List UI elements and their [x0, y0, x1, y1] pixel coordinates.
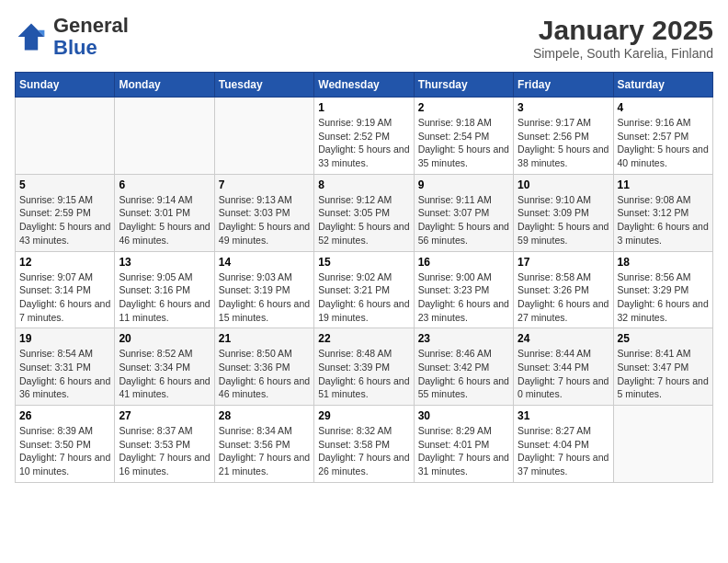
day-number: 31 — [518, 409, 609, 422]
calendar-cell: 14Sunrise: 9:03 AM Sunset: 3:19 PM Dayli… — [214, 251, 313, 328]
day-info: Sunrise: 9:14 AM Sunset: 3:01 PM Dayligh… — [119, 193, 210, 247]
calendar-week-row: 5Sunrise: 9:15 AM Sunset: 2:59 PM Daylig… — [16, 174, 713, 251]
day-info: Sunrise: 8:41 AM Sunset: 3:47 PM Dayligh… — [618, 347, 709, 401]
calendar-cell: 28Sunrise: 8:34 AM Sunset: 3:56 PM Dayli… — [214, 406, 313, 483]
calendar-cell: 23Sunrise: 8:46 AM Sunset: 3:42 PM Dayli… — [414, 328, 513, 406]
day-number: 13 — [119, 256, 210, 269]
day-number: 20 — [119, 332, 210, 345]
day-number: 23 — [418, 332, 509, 345]
day-number: 12 — [19, 256, 110, 269]
calendar-cell: 25Sunrise: 8:41 AM Sunset: 3:47 PM Dayli… — [613, 328, 712, 406]
day-info: Sunrise: 9:15 AM Sunset: 2:59 PM Dayligh… — [19, 193, 110, 247]
day-info: Sunrise: 8:56 AM Sunset: 3:29 PM Dayligh… — [618, 270, 709, 325]
calendar-cell: 10Sunrise: 9:10 AM Sunset: 3:09 PM Dayli… — [514, 174, 613, 251]
day-info: Sunrise: 8:39 AM Sunset: 3:50 PM Dayligh… — [19, 424, 110, 478]
day-info: Sunrise: 9:07 AM Sunset: 3:14 PM Dayligh… — [19, 270, 110, 325]
calendar-week-row: 26Sunrise: 8:39 AM Sunset: 3:50 PM Dayli… — [16, 406, 713, 483]
calendar-cell: 5Sunrise: 9:15 AM Sunset: 2:59 PM Daylig… — [16, 174, 115, 251]
calendar-cell: 16Sunrise: 9:00 AM Sunset: 3:23 PM Dayli… — [414, 251, 513, 328]
day-number: 4 — [618, 101, 709, 114]
svg-marker-0 — [18, 24, 45, 51]
day-info: Sunrise: 8:52 AM Sunset: 3:34 PM Dayligh… — [119, 347, 210, 401]
day-number: 15 — [318, 256, 409, 269]
calendar-cell: 15Sunrise: 9:02 AM Sunset: 3:21 PM Dayli… — [314, 251, 414, 328]
day-info: Sunrise: 8:50 AM Sunset: 3:36 PM Dayligh… — [219, 347, 310, 401]
day-info: Sunrise: 9:17 AM Sunset: 2:56 PM Dayligh… — [518, 116, 609, 170]
day-number: 16 — [418, 256, 509, 269]
day-number: 18 — [618, 256, 709, 269]
day-info: Sunrise: 9:13 AM Sunset: 3:03 PM Dayligh… — [219, 193, 310, 247]
day-number: 22 — [318, 332, 409, 345]
day-info: Sunrise: 9:12 AM Sunset: 3:05 PM Dayligh… — [318, 193, 409, 247]
day-number: 26 — [19, 409, 110, 422]
calendar-cell: 8Sunrise: 9:12 AM Sunset: 3:05 PM Daylig… — [314, 174, 414, 251]
day-info: Sunrise: 8:34 AM Sunset: 3:56 PM Dayligh… — [219, 424, 310, 478]
calendar-cell: 12Sunrise: 9:07 AM Sunset: 3:14 PM Dayli… — [16, 251, 115, 328]
day-number: 29 — [318, 409, 409, 422]
logo: General Blue — [15, 15, 129, 59]
calendar-week-row: 1Sunrise: 9:19 AM Sunset: 2:52 PM Daylig… — [16, 98, 713, 175]
calendar-cell: 9Sunrise: 9:11 AM Sunset: 3:07 PM Daylig… — [414, 174, 513, 251]
title-block: January 2025 Simpele, South Karelia, Fin… — [533, 15, 713, 61]
calendar-cell: 6Sunrise: 9:14 AM Sunset: 3:01 PM Daylig… — [115, 174, 214, 251]
calendar-cell: 3Sunrise: 9:17 AM Sunset: 2:56 PM Daylig… — [514, 98, 613, 175]
day-info: Sunrise: 8:37 AM Sunset: 3:53 PM Dayligh… — [119, 424, 210, 478]
calendar-cell — [115, 98, 214, 175]
calendar-week-row: 12Sunrise: 9:07 AM Sunset: 3:14 PM Dayli… — [16, 251, 713, 328]
logo-icon — [15, 20, 48, 53]
day-info: Sunrise: 9:00 AM Sunset: 3:23 PM Dayligh… — [418, 270, 509, 325]
calendar-cell: 11Sunrise: 9:08 AM Sunset: 3:12 PM Dayli… — [613, 174, 712, 251]
day-info: Sunrise: 8:32 AM Sunset: 3:58 PM Dayligh… — [318, 424, 409, 478]
calendar-table: SundayMondayTuesdayWednesdayThursdayFrid… — [15, 72, 713, 483]
day-info: Sunrise: 9:02 AM Sunset: 3:21 PM Dayligh… — [318, 270, 409, 325]
weekday-header: Thursday — [414, 73, 513, 98]
day-number: 5 — [19, 178, 110, 191]
day-info: Sunrise: 9:10 AM Sunset: 3:09 PM Dayligh… — [518, 193, 609, 247]
day-number: 10 — [518, 178, 609, 191]
day-number: 30 — [418, 409, 509, 422]
weekday-header: Wednesday — [314, 73, 414, 98]
day-number: 17 — [518, 256, 609, 269]
day-info: Sunrise: 9:03 AM Sunset: 3:19 PM Dayligh… — [219, 270, 310, 325]
day-info: Sunrise: 8:44 AM Sunset: 3:44 PM Dayligh… — [518, 347, 609, 401]
page-header: General Blue January 2025 Simpele, South… — [15, 15, 713, 61]
calendar-cell: 19Sunrise: 8:54 AM Sunset: 3:31 PM Dayli… — [16, 328, 115, 406]
month-title: January 2025 — [533, 15, 713, 46]
calendar-cell — [613, 406, 712, 483]
calendar-cell: 22Sunrise: 8:48 AM Sunset: 3:39 PM Dayli… — [314, 328, 414, 406]
day-number: 7 — [219, 178, 310, 191]
day-number: 9 — [418, 178, 509, 191]
day-info: Sunrise: 9:11 AM Sunset: 3:07 PM Dayligh… — [418, 193, 509, 247]
day-number: 11 — [618, 178, 709, 191]
day-number: 2 — [418, 101, 509, 114]
calendar-cell: 24Sunrise: 8:44 AM Sunset: 3:44 PM Dayli… — [514, 328, 613, 406]
day-info: Sunrise: 8:48 AM Sunset: 3:39 PM Dayligh… — [318, 347, 409, 401]
day-number: 14 — [219, 256, 310, 269]
day-number: 1 — [318, 101, 409, 114]
day-info: Sunrise: 8:29 AM Sunset: 4:01 PM Dayligh… — [418, 424, 509, 478]
day-number: 3 — [518, 101, 609, 114]
calendar-cell: 4Sunrise: 9:16 AM Sunset: 2:57 PM Daylig… — [613, 98, 712, 175]
calendar-cell: 20Sunrise: 8:52 AM Sunset: 3:34 PM Dayli… — [115, 328, 214, 406]
calendar-cell: 30Sunrise: 8:29 AM Sunset: 4:01 PM Dayli… — [414, 406, 513, 483]
calendar-cell — [214, 98, 313, 175]
day-info: Sunrise: 8:27 AM Sunset: 4:04 PM Dayligh… — [518, 424, 609, 478]
weekday-header: Monday — [115, 73, 214, 98]
day-number: 24 — [518, 332, 609, 345]
day-info: Sunrise: 9:16 AM Sunset: 2:57 PM Dayligh… — [618, 116, 709, 170]
day-number: 21 — [219, 332, 310, 345]
calendar-cell: 29Sunrise: 8:32 AM Sunset: 3:58 PM Dayli… — [314, 406, 414, 483]
calendar-cell: 13Sunrise: 9:05 AM Sunset: 3:16 PM Dayli… — [115, 251, 214, 328]
weekday-header: Saturday — [613, 73, 712, 98]
location-subtitle: Simpele, South Karelia, Finland — [533, 46, 713, 61]
calendar-cell: 27Sunrise: 8:37 AM Sunset: 3:53 PM Dayli… — [115, 406, 214, 483]
calendar-cell — [16, 98, 115, 175]
calendar-cell: 31Sunrise: 8:27 AM Sunset: 4:04 PM Dayli… — [514, 406, 613, 483]
calendar-cell: 7Sunrise: 9:13 AM Sunset: 3:03 PM Daylig… — [214, 174, 313, 251]
day-info: Sunrise: 8:58 AM Sunset: 3:26 PM Dayligh… — [518, 270, 609, 325]
weekday-header: Sunday — [16, 73, 115, 98]
day-info: Sunrise: 9:05 AM Sunset: 3:16 PM Dayligh… — [119, 270, 210, 325]
calendar-week-row: 19Sunrise: 8:54 AM Sunset: 3:31 PM Dayli… — [16, 328, 713, 406]
day-number: 27 — [119, 409, 210, 422]
weekday-header-row: SundayMondayTuesdayWednesdayThursdayFrid… — [16, 73, 713, 98]
